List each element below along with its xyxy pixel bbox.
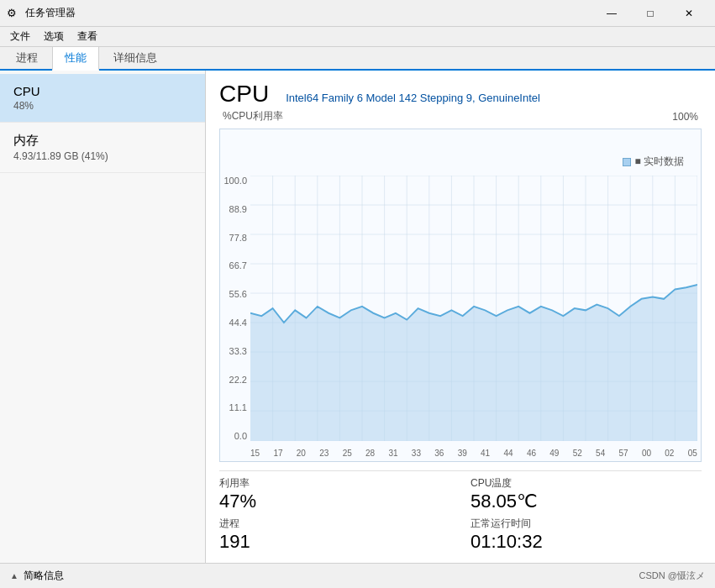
watermark: CSDN @慑泫メ [639,570,705,582]
x-label-8: 36 [434,449,444,458]
y-label-3: 66.7 [220,260,247,270]
utilization-value: 47% [219,491,450,512]
cpu-chart-svg [250,176,697,441]
stat-utilization: 利用率 47% [219,476,450,512]
y-label-0: 100.0 [220,176,247,186]
window-controls: — □ ✕ [592,0,708,27]
sidebar-item-memory[interactable]: 内存 4.93/11.89 GB (41%) [0,123,205,173]
sidebar: CPU 48% 内存 4.93/11.89 GB (41%) [0,71,206,563]
temp-value: 58.05℃ [471,491,702,512]
menu-options[interactable]: 选项 [37,28,71,45]
x-label-1: 17 [273,449,282,458]
sidebar-item-cpu[interactable]: CPU 48% [0,74,205,123]
panel-header: CPU Intel64 Family 6 Model 142 Stepping … [219,81,702,108]
sidebar-memory-usage: 4.93/11.89 GB (41%) [13,150,192,162]
menu-view[interactable]: 查看 [71,28,104,45]
tab-details[interactable]: 详细信息 [101,46,170,69]
panel-title: CPU [219,81,269,108]
chart-y-labels: 100.0 88.9 77.8 66.7 55.6 44.4 33.3 22.2… [220,176,250,441]
main-content: CPU 48% 内存 4.93/11.89 GB (41%) CPU Intel… [0,71,715,563]
bottom-bar: ▲ 简略信息 CSDN @慑泫メ [0,563,715,588]
chevron-up-icon: ▲ [10,571,18,580]
y-label-4: 55.6 [220,289,247,299]
stat-uptime: 正常运行时间 01:10:32 [471,517,702,553]
app-icon: ⚙ [7,7,20,20]
y-label-5: 44.4 [220,318,247,328]
x-label-3: 23 [319,449,329,458]
y-label-2: 77.8 [220,233,247,243]
usage-label: %CPU利用率 [223,109,283,123]
tab-bar: 进程 性能 详细信息 [0,47,715,71]
y-label-8: 11.1 [220,402,247,412]
panel-cpu-name: Intel64 Family 6 Model 142 Stepping 9, G… [286,92,540,104]
x-label-9: 39 [458,449,467,458]
x-label-6: 31 [388,449,397,458]
x-label-4: 25 [343,449,352,458]
temp-label: CPU温度 [471,476,702,491]
x-label-15: 54 [596,449,605,458]
y-label-7: 22.2 [220,375,247,385]
title-text: 任务管理器 [25,6,592,20]
sidebar-memory-title: 内存 [13,133,192,149]
x-label-19: 05 [688,449,697,458]
x-label-5: 28 [365,449,375,458]
summary-label: 简略信息 [24,569,64,583]
tab-process[interactable]: 进程 [3,46,50,69]
minimize-button[interactable]: — [592,0,631,27]
uptime-label: 正常运行时间 [471,517,702,531]
right-panel: CPU Intel64 Family 6 Model 142 Stepping … [206,71,715,563]
x-label-14: 52 [573,449,582,458]
x-label-11: 44 [503,449,513,458]
sidebar-cpu-title: CPU [13,84,192,98]
title-bar: ⚙ 任务管理器 — □ ✕ [0,0,715,27]
y-label-1: 88.9 [220,204,247,214]
x-label-0: 15 [250,449,260,458]
x-label-10: 41 [481,449,490,458]
x-label-18: 02 [665,449,674,458]
max-label: 100% [672,111,698,123]
x-label-13: 49 [549,449,559,458]
sidebar-cpu-usage: 48% [13,100,192,112]
maximize-button[interactable]: □ [631,0,670,27]
chart-container: ■ 实时数据 100.0 88.9 77.8 66.7 55.6 44.4 33… [219,129,702,462]
legend-label: ■ 实时数据 [634,155,684,169]
stats-footer: 利用率 47% CPU温度 58.05℃ 进程 191 正常运行时间 01:10… [219,470,702,553]
process-value: 191 [219,531,450,553]
menu-file[interactable]: 文件 [3,28,37,45]
chart-legend: ■ 实时数据 [623,155,684,169]
process-label: 进程 [219,517,450,531]
svg-marker-30 [250,285,697,441]
uptime-value: 01:10:32 [471,531,702,553]
stat-temp: CPU温度 58.05℃ [471,476,702,512]
menu-bar: 文件 选项 查看 [0,27,715,47]
x-label-7: 33 [412,449,421,458]
x-label-16: 57 [619,449,628,458]
y-label-9: 0.0 [220,431,247,441]
chart-x-labels: 15 17 20 23 25 28 31 33 36 39 41 44 46 4… [250,449,697,458]
close-button[interactable]: ✕ [670,0,708,27]
x-label-12: 46 [527,449,536,458]
legend-color-box [623,158,631,166]
x-label-17: 00 [642,449,651,458]
x-label-2: 20 [297,449,306,458]
y-label-6: 33.3 [220,346,247,356]
summary-toggle[interactable]: ▲ 简略信息 [10,569,64,583]
stat-process: 进程 191 [219,517,450,553]
tab-performance[interactable]: 性能 [52,46,99,71]
utilization-label: 利用率 [219,476,450,491]
chart-header: %CPU利用率 100% [219,109,702,123]
